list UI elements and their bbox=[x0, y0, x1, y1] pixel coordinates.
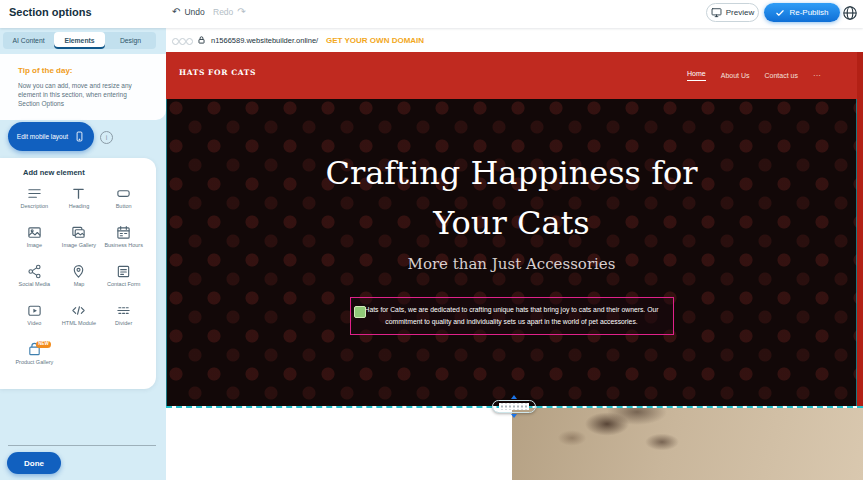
window-dot-3 bbox=[186, 38, 193, 45]
redo-label: Redo bbox=[213, 7, 233, 17]
hero-section[interactable]: Crafting Happiness for Your Cats More th… bbox=[166, 99, 857, 406]
undo-label: Undo bbox=[184, 7, 204, 17]
republish-label: Re-Publish bbox=[789, 8, 828, 17]
monitor-icon bbox=[711, 7, 722, 18]
hero-headline[interactable]: Crafting Happiness for Your Cats bbox=[322, 149, 702, 248]
element-business-hours[interactable]: Business Hours bbox=[101, 223, 146, 259]
image-icon bbox=[27, 223, 42, 240]
contact-form-icon bbox=[116, 262, 131, 279]
description-icon bbox=[27, 184, 42, 201]
tip-body: Now you can add, move and resize any ele… bbox=[18, 81, 148, 108]
redo-button[interactable]: Redo ↷ bbox=[213, 7, 246, 17]
element-drag-handle[interactable] bbox=[354, 306, 366, 318]
next-section-image[interactable] bbox=[512, 408, 863, 480]
redo-icon: ↷ bbox=[237, 7, 245, 17]
element-video[interactable]: Video bbox=[12, 301, 57, 337]
tab-elements[interactable]: Elements bbox=[54, 32, 105, 49]
button-icon bbox=[116, 184, 131, 201]
element-image-gallery[interactable]: Image Gallery bbox=[57, 223, 102, 259]
element-contact-form[interactable]: Contact Form bbox=[101, 262, 146, 298]
sidebar: AI Content Elements Design Tip of the da… bbox=[0, 28, 166, 480]
nav-more-button[interactable]: ··· bbox=[813, 71, 821, 80]
window-dot-2 bbox=[179, 38, 186, 45]
divider-icon bbox=[116, 301, 131, 318]
sidebar-tabs: AI Content Elements Design bbox=[3, 32, 156, 49]
undo-button[interactable]: ↶ Undo bbox=[172, 7, 205, 17]
tip-of-the-day: Tip of the day: Now you can add, move an… bbox=[0, 54, 166, 120]
sidebar-divider bbox=[8, 445, 156, 446]
undo-icon: ↶ bbox=[172, 7, 180, 17]
republish-button[interactable]: Re-Publish bbox=[764, 3, 840, 22]
page-title: Section options bbox=[9, 6, 92, 18]
site-header: HATS FOR CATS Home About Us Contact us ·… bbox=[166, 52, 863, 99]
site-preview-canvas: HATS FOR CATS Home About Us Contact us ·… bbox=[166, 52, 863, 480]
edit-mobile-label: Edit mobile layout bbox=[17, 133, 68, 140]
nav-contact-us[interactable]: Contact us bbox=[765, 72, 798, 79]
tab-ai-content[interactable]: AI Content bbox=[3, 32, 54, 49]
get-own-domain-link[interactable]: GET YOUR OWN DOMAIN bbox=[326, 36, 424, 45]
new-badge: NEW bbox=[36, 341, 51, 348]
element-social-media[interactable]: Social Media bbox=[12, 262, 57, 298]
preview-label: Preview bbox=[726, 8, 754, 17]
element-button[interactable]: Button bbox=[101, 184, 146, 220]
element-image[interactable]: Image bbox=[12, 223, 57, 259]
window-dot-1 bbox=[172, 38, 179, 45]
preview-scrollbar[interactable] bbox=[857, 52, 863, 406]
add-panel-title: Add new element bbox=[23, 168, 85, 177]
done-button[interactable]: Done bbox=[7, 452, 61, 474]
heading-icon bbox=[71, 184, 86, 201]
map-icon bbox=[71, 262, 86, 279]
section-resize-handle[interactable] bbox=[492, 400, 536, 413]
business-hours-icon bbox=[116, 223, 131, 240]
app-root: Section options ↶ Undo Redo ↷ Preview Re… bbox=[0, 0, 863, 480]
tab-design[interactable]: Design bbox=[105, 32, 156, 49]
info-icon[interactable]: i bbox=[100, 131, 113, 144]
element-html-module[interactable]: HTML Module bbox=[57, 301, 102, 337]
top-toolbar: Section options ↶ Undo Redo ↷ Preview Re… bbox=[0, 0, 863, 28]
element-heading[interactable]: Heading bbox=[57, 184, 102, 220]
image-gallery-icon bbox=[71, 223, 86, 240]
edit-mobile-layout-button[interactable]: Edit mobile layout bbox=[8, 122, 94, 151]
element-map[interactable]: Map bbox=[57, 262, 102, 298]
hero-paragraph-box[interactable]: Hats for Cats, we are dedicated to craft… bbox=[350, 297, 674, 335]
element-grid: Description Heading Button bbox=[12, 184, 146, 376]
element-divider[interactable]: Divider bbox=[101, 301, 146, 337]
element-product-gallery[interactable]: NEW Product Gallery bbox=[12, 340, 57, 376]
nav-about-us[interactable]: About Us bbox=[721, 72, 750, 79]
preview-button[interactable]: Preview bbox=[706, 3, 759, 22]
check-icon bbox=[775, 8, 785, 18]
site-nav: Home About Us Contact us ··· bbox=[687, 52, 821, 99]
add-new-element-panel: Add new element Description Heading bbox=[0, 158, 156, 389]
html-module-icon bbox=[71, 301, 86, 318]
hero-subtitle[interactable]: More than Just Accessories bbox=[167, 255, 856, 273]
lock-icon bbox=[197, 35, 206, 45]
element-description[interactable]: Description bbox=[12, 184, 57, 220]
site-url: n1566589.websitebuilder.online/ bbox=[211, 36, 318, 45]
phone-icon bbox=[74, 130, 85, 143]
next-section-background bbox=[166, 408, 512, 480]
tip-heading: Tip of the day: bbox=[18, 66, 73, 75]
nav-home[interactable]: Home bbox=[687, 70, 706, 81]
video-icon bbox=[27, 301, 42, 318]
language-globe-button[interactable] bbox=[842, 5, 858, 21]
site-logo[interactable]: HATS FOR CATS bbox=[179, 68, 256, 77]
social-media-icon bbox=[27, 262, 42, 279]
browser-address-bar: n1566589.websitebuilder.online/ GET YOUR… bbox=[166, 28, 863, 53]
hero-paragraph: Hats for Cats, we are dedicated to craft… bbox=[363, 304, 661, 328]
